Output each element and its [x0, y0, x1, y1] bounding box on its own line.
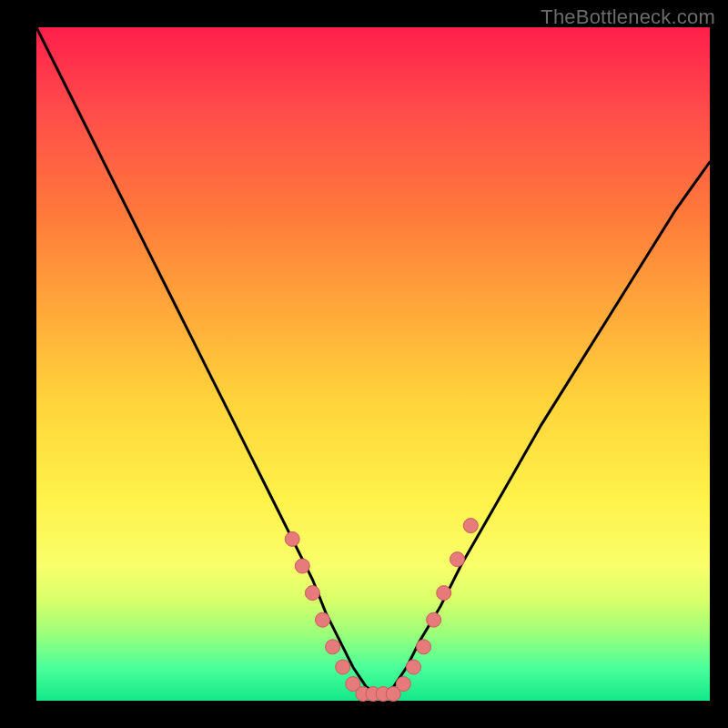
- curve-marker: [305, 586, 319, 601]
- curve-marker: [285, 531, 299, 546]
- curve-markers: [285, 519, 478, 702]
- bottleneck-curve: [36, 27, 710, 694]
- curve-marker: [316, 612, 330, 627]
- curve-marker: [463, 519, 478, 533]
- curve-marker: [336, 660, 350, 674]
- plot-area: [36, 27, 710, 701]
- watermark-text: TheBottleneck.com: [541, 5, 715, 29]
- curve-layer: [36, 27, 710, 701]
- curve-marker: [450, 552, 465, 567]
- curve-marker: [427, 612, 441, 627]
- curve-marker: [326, 640, 340, 654]
- curve-marker: [406, 660, 420, 674]
- curve-marker: [396, 677, 410, 692]
- curve-marker: [437, 586, 451, 601]
- chart-frame: TheBottleneck.com: [0, 0, 728, 728]
- curve-marker: [417, 640, 431, 654]
- curve-marker: [295, 559, 309, 573]
